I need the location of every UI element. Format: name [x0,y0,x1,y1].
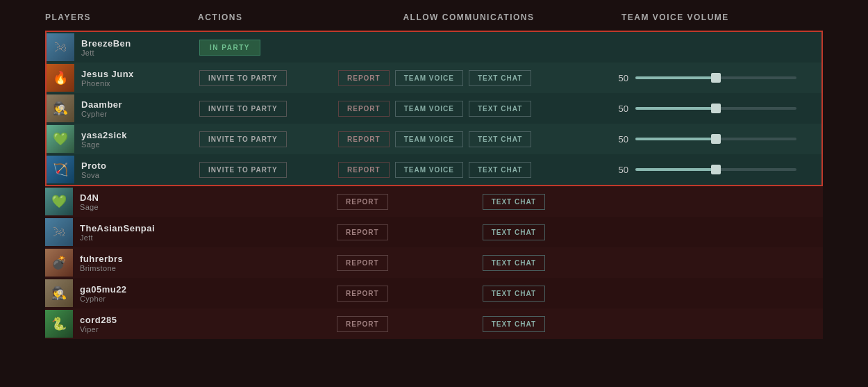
player-name-cord285: cord285 [80,315,198,325]
player-agent-breezeben: Jett [81,49,199,57]
player-info-proto: Proto Sova [81,160,199,179]
player-agent-ga05mu22: Cypher [80,295,198,303]
header-allow-comms: ALLOW COMMUNICATIONS [337,13,601,22]
player-info-fuhrerbrs: fuhrerbrs Brimstone [80,254,198,272]
player-agent-d4n: Sage [80,203,198,211]
team-voice-button-proto[interactable]: TEAM VOICE [395,162,463,178]
volume-value-yasa2sick: 50 [609,134,628,145]
avatar-proto: 🏹 [47,156,74,183]
comms-proto: REPORT TEAM VOICE TEXT CHAT [338,162,602,178]
team-voice-button-yasa2sick[interactable]: TEAM VOICE [395,131,463,147]
player-info-daamber: Daamber Cypher [81,99,199,118]
comms-theasiansenpai: REPORT TEXT CHAT [337,224,601,240]
player-row-fuhrerbrs: 💣 fuhrerbrs Brimstone REPORT TEXT CHAT [45,247,823,278]
column-headers: PLAYERS ACTIONS ALLOW COMMUNICATIONS TEA… [0,0,868,31]
invite-button-yasa2sick[interactable]: INVITE TO PARTY [199,131,287,147]
player-name-fuhrerbrs: fuhrerbrs [80,254,198,264]
header-volume: TEAM VOICE VOLUME [601,13,795,22]
player-agent-proto: Sova [81,171,199,179]
scoreboard-container: PLAYERS ACTIONS ALLOW COMMUNICATIONS TEA… [0,0,868,387]
in-party-badge: IN PARTY [199,40,260,56]
text-chat-button-cord285[interactable]: TEXT CHAT [483,316,545,332]
comms-daamber: REPORT TEAM VOICE TEXT CHAT [338,101,602,117]
volume-proto: 50 [602,165,796,175]
text-chat-button-fuhrerbrs[interactable]: TEXT CHAT [483,255,545,271]
avatar-fuhrerbrs: 💣 [45,249,73,277]
avatar-breezeben: 🌬 [47,33,74,61]
invite-button-proto[interactable]: INVITE TO PARTY [199,162,287,178]
team-voice-button-daamber[interactable]: TEAM VOICE [395,101,463,117]
player-agent-cord285: Viper [80,325,198,334]
report-button-proto[interactable]: REPORT [338,162,390,178]
player-name-yasa2sick: yasa2sick [81,130,199,140]
report-button-yasa2sick[interactable]: REPORT [338,131,390,147]
comms-fuhrerbrs: REPORT TEXT CHAT [337,255,601,271]
text-chat-button-theasiansenpai[interactable]: TEXT CHAT [483,224,545,240]
actions-daamber[interactable]: INVITE TO PARTY [199,101,338,117]
player-row-yasa2sick: 💚 yasa2sick Sage INVITE TO PARTY REPORT … [47,124,821,154]
invite-button-daamber[interactable]: INVITE TO PARTY [199,101,287,117]
player-agent-jesusjunx: Phoenix [81,79,199,88]
avatar-cord285: 🐍 [45,310,73,338]
header-players: PLAYERS [45,13,198,22]
player-info-yasa2sick: yasa2sick Sage [81,130,199,149]
volume-yasa2sick: 50 [602,134,796,145]
player-row-proto: 🏹 Proto Sova INVITE TO PARTY REPORT TEAM… [47,154,821,185]
report-button-theasiansenpai[interactable]: REPORT [337,224,388,240]
avatar-yasa2sick: 💚 [47,125,74,153]
player-name-d4n: D4N [80,192,198,203]
report-button-cord285[interactable]: REPORT [337,316,388,332]
report-button-d4n[interactable]: REPORT [337,194,388,210]
text-chat-button-daamber[interactable]: TEXT CHAT [469,101,531,117]
volume-jesusjunx: 50 [602,73,796,83]
actions-jesusjunx[interactable]: INVITE TO PARTY [199,70,338,86]
text-chat-button-ga05mu22[interactable]: TEXT CHAT [483,286,545,302]
player-info-d4n: D4N Sage [80,192,198,211]
player-row-cord285: 🐍 cord285 Viper REPORT TEXT CHAT [45,308,823,339]
comms-d4n: REPORT TEXT CHAT [337,194,601,210]
volume-slider-proto[interactable] [635,168,796,171]
player-agent-yasa2sick: Sage [81,140,199,149]
volume-value-daamber: 50 [609,104,628,114]
player-row-ga05mu22: 🕵 ga05mu22 Cypher REPORT TEXT CHAT [45,278,823,308]
player-info-cord285: cord285 Viper [80,315,198,334]
player-row-d4n: 💚 D4N Sage REPORT TEXT CHAT [45,186,823,217]
volume-slider-yasa2sick[interactable] [635,138,796,140]
player-row-jesusjunx: 🔥 Jesus Junx Phoenix INVITE TO PARTY REP… [47,63,821,93]
text-chat-button-d4n[interactable]: TEXT CHAT [483,194,545,210]
invite-button-jesusjunx[interactable]: INVITE TO PARTY [199,70,287,86]
volume-slider-daamber[interactable] [635,107,796,110]
comms-ga05mu22: REPORT TEXT CHAT [337,286,601,302]
player-agent-theasiansenpai: Jett [80,233,198,242]
avatar-daamber: 🕵 [47,94,74,122]
team-voice-button-jesusjunx[interactable]: TEAM VOICE [395,70,463,86]
actions-proto[interactable]: INVITE TO PARTY [199,162,338,178]
volume-slider-jesusjunx[interactable] [635,76,796,79]
player-row-breezeben: 🌬 BreezeBen Jett IN PARTY [47,32,821,63]
avatar-d4n: 💚 [45,188,73,215]
comms-cord285: REPORT TEXT CHAT [337,316,601,332]
player-info-jesusjunx: Jesus Junx Phoenix [81,69,199,88]
volume-value-jesusjunx: 50 [609,73,628,83]
report-button-daamber[interactable]: REPORT [338,101,390,117]
rows-wrapper: 🌬 BreezeBen Jett IN PARTY 🔥 [45,31,823,339]
player-name-proto: Proto [81,160,199,171]
report-button-ga05mu22[interactable]: REPORT [337,286,388,302]
header-actions: ACTIONS [198,13,337,22]
report-button-jesusjunx[interactable]: REPORT [338,70,390,86]
player-agent-fuhrerbrs: Brimstone [80,264,198,272]
volume-value-proto: 50 [609,165,628,175]
text-chat-button-proto[interactable]: TEXT CHAT [469,162,531,178]
player-name-ga05mu22: ga05mu22 [80,284,198,295]
comms-yasa2sick: REPORT TEAM VOICE TEXT CHAT [338,131,602,147]
player-info-breezeben: BreezeBen Jett [81,38,199,57]
comms-jesusjunx: REPORT TEAM VOICE TEXT CHAT [338,70,602,86]
team-section: 🌬 BreezeBen Jett IN PARTY 🔥 [45,31,823,186]
actions-yasa2sick[interactable]: INVITE TO PARTY [199,131,338,147]
player-info-theasiansenpai: TheAsianSenpai Jett [80,223,198,242]
player-name-jesusjunx: Jesus Junx [81,69,199,79]
avatar-jesusjunx: 🔥 [47,64,74,92]
text-chat-button-yasa2sick[interactable]: TEXT CHAT [469,131,531,147]
text-chat-button-jesusjunx[interactable]: TEXT CHAT [469,70,531,86]
report-button-fuhrerbrs[interactable]: REPORT [337,255,388,271]
